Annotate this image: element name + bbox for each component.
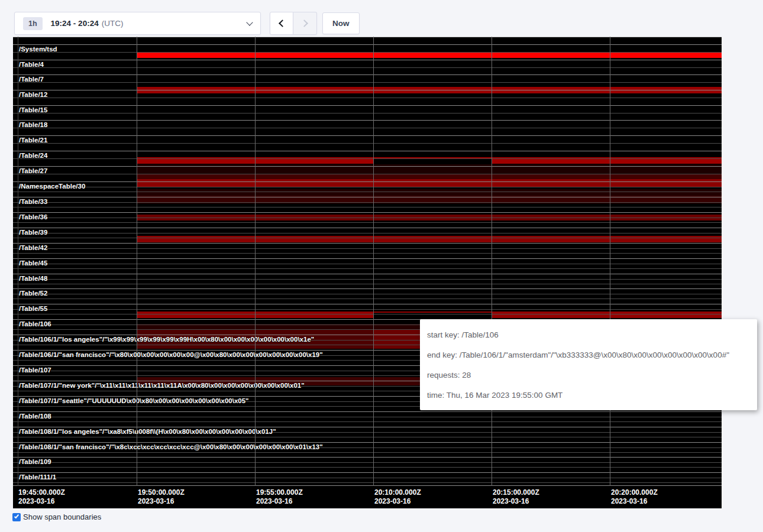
span-boundary-line — [13, 279, 722, 280]
row-label: /Table/18 — [19, 121, 47, 128]
span-boundary-line — [13, 268, 722, 269]
span-boundary-line — [13, 457, 722, 458]
row-label: /Table/36 — [19, 213, 47, 220]
span-boundary-line — [13, 197, 722, 197]
cell-tooltip: start key: /Table/106 end key: /Table/10… — [420, 319, 757, 410]
span-boundary-line — [13, 187, 722, 187]
span-boundary-line — [13, 120, 722, 121]
span-boundary-line — [13, 37, 722, 37]
span-boundary-line — [13, 44, 722, 45]
row-label: /Table/21 — [19, 137, 47, 144]
row-label: /Table/109 — [19, 458, 51, 465]
row-label: /Table/106/1/"los angeles"/"\x99\x99\x99… — [19, 336, 314, 343]
row-label: /Table/15 — [19, 106, 47, 113]
span-boundary-line — [13, 299, 722, 299]
span-boundary-line — [13, 82, 722, 83]
row-label: /Table/33 — [19, 198, 47, 205]
span-boundary-line — [13, 258, 722, 259]
chevron-left-icon — [279, 20, 286, 27]
span-boundary-line — [13, 218, 722, 218]
row-label: /Table/108/1/"los angeles"/"\xa8\xf5\u00… — [19, 428, 276, 435]
span-boundary-line — [13, 288, 722, 289]
show-span-boundaries-toggle[interactable]: Show span boundaries — [12, 512, 101, 521]
plot-left-edge-line — [18, 37, 18, 486]
row-label: /Table/106 — [19, 320, 51, 327]
span-boundary-line — [13, 472, 722, 473]
span-boundary-line — [13, 222, 722, 223]
row-label: /Table/107/1/"seattle"/"UUUUUUD\x00\x80\… — [19, 397, 249, 404]
span-boundary-line — [13, 248, 722, 249]
row-label: /Table/108/1/"san francisco"/"\x8c\xcc\x… — [19, 443, 323, 450]
time-axis: 19:45:00.000Z2023-03-1619:50:00.000Z2023… — [13, 486, 722, 508]
row-label: /Table/48 — [19, 275, 47, 282]
span-boundary-line — [13, 113, 722, 113]
next-range-button[interactable] — [293, 12, 317, 35]
axis-tick-label: 20:10:00.000Z2023-03-16 — [374, 488, 421, 506]
span-boundary-line — [13, 309, 722, 310]
axis-tick-label: 19:55:00.000Z2023-03-16 — [256, 488, 303, 506]
span-boundary-line — [13, 253, 722, 254]
row-label: /Table/107/1/"new york"/"\x11\x11\x11\x1… — [19, 382, 305, 389]
tooltip-requests: requests: 28 — [427, 365, 750, 385]
row-label: /NamespaceTable/30 — [19, 183, 85, 190]
row-label: /Table/39 — [19, 229, 47, 236]
heatmap-band — [137, 236, 722, 242]
time-gridline — [373, 37, 374, 486]
row-label: /Table/108 — [19, 413, 51, 420]
span-boundary-line — [13, 158, 722, 159]
span-boundary-line — [13, 437, 722, 437]
span-boundary-line — [13, 478, 722, 478]
heatmap-band — [137, 189, 722, 196]
row-label: /Table/107 — [19, 366, 51, 374]
row-label: /Table/4 — [19, 61, 44, 68]
row-label: /Table/45 — [19, 259, 47, 267]
now-button[interactable]: Now — [322, 12, 360, 34]
row-label: /Table/24 — [19, 152, 47, 159]
range-text: 19:24 - 20:24 — [51, 19, 99, 28]
span-boundary-line — [13, 274, 722, 274]
span-boundary-line — [13, 238, 722, 238]
heatmap-band — [492, 312, 722, 318]
range-duration-badge: 1h — [23, 17, 43, 30]
time-gridline — [137, 37, 137, 486]
span-boundary-line — [13, 427, 722, 427]
span-boundary-line — [13, 151, 722, 151]
span-boundary-line — [13, 67, 722, 68]
time-gridline — [255, 37, 256, 486]
span-boundary-line — [13, 181, 722, 182]
tooltip-start-key: start key: /Table/106 — [427, 325, 750, 345]
span-boundary-line — [13, 421, 722, 422]
span-boundary-line — [13, 294, 722, 294]
time-range-select[interactable]: 1h 19:24 - 20:24 (UTC) — [14, 12, 261, 35]
span-boundary-line — [13, 174, 722, 174]
span-boundary-line — [13, 74, 722, 75]
axis-tick-label: 20:15:00.000Z2023-03-16 — [493, 488, 539, 506]
span-boundary-line — [13, 442, 722, 443]
checkbox-label: Show span boundaries — [23, 512, 101, 521]
checkbox-checked-icon[interactable] — [12, 513, 21, 521]
time-gridline — [610, 37, 610, 486]
toolbar: 1h 19:24 - 20:24 (UTC) Now — [0, 0, 763, 37]
heatmap-band — [137, 52, 722, 58]
span-boundary-line — [13, 202, 722, 203]
span-boundary-line — [13, 462, 722, 463]
span-boundary-line — [13, 105, 722, 106]
span-boundary-line — [13, 60, 722, 60]
heatmap-plot[interactable]: /System/tsd/Table/4/Table/7/Table/12/Tab… — [13, 37, 722, 486]
heatmap-band — [137, 179, 722, 187]
tooltip-time: time: Thu, 16 Mar 2023 19:55:00 GMT — [427, 385, 750, 406]
prev-range-button[interactable] — [270, 12, 293, 35]
span-boundary-line — [13, 192, 722, 192]
heatmap-band — [137, 174, 722, 179]
time-gridline — [492, 37, 492, 486]
span-boundary-line — [13, 52, 722, 53]
span-boundary-line — [13, 264, 722, 264]
span-boundary-line — [13, 411, 722, 412]
key-visualizer-canvas[interactable]: /System/tsd/Table/4/Table/7/Table/12/Tab… — [13, 37, 722, 508]
row-label: /Table/12 — [19, 91, 47, 98]
row-label: /Table/52 — [19, 290, 47, 297]
tooltip-end-key: end key: /Table/106/1/"amsterdam"/"\xb33… — [427, 345, 750, 365]
time-nav-group — [270, 12, 317, 35]
row-label: /Table/111/1 — [19, 473, 56, 481]
chevron-right-icon — [300, 20, 308, 27]
